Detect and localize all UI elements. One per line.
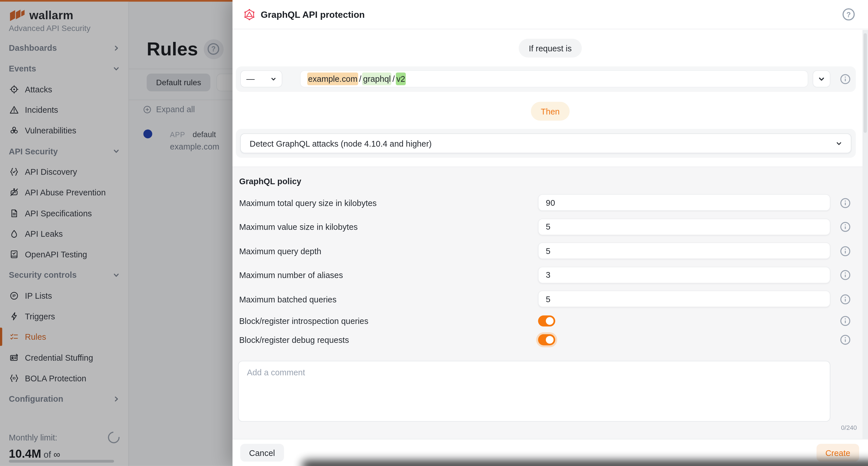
policy-row-maximum-batched-queries: Maximum batched queries <box>232 287 868 311</box>
screen: wallarm Advanced API Security Dashboards… <box>0 0 868 466</box>
drawer-title: GraphQL API protection <box>260 9 365 20</box>
then-pill: Then <box>531 102 569 121</box>
url-part-green-light: graphql <box>362 72 392 85</box>
comment-textarea[interactable] <box>238 361 830 421</box>
policy-field-input[interactable] <box>538 218 830 235</box>
policy-field-label: Maximum total query size in kilobytes <box>239 198 377 208</box>
chevron-down-icon <box>271 76 276 82</box>
url-part-green: v2 <box>396 72 406 85</box>
drawer-body: If request is — example.com/graphql/v2 <box>232 30 868 439</box>
policy-row-maximum-number-of-aliases: Maximum number of aliases <box>232 263 868 287</box>
policy-field-label: Maximum value size in kilobytes <box>239 222 358 232</box>
info-icon[interactable] <box>840 334 851 345</box>
toggle-row-block-register-debug-requests: Block/register debug requests <box>232 330 868 349</box>
policy-toggles: Block/register introspection queriesBloc… <box>232 311 868 349</box>
action-value: Detect GraphQL attacks (node 4.10.4 and … <box>250 138 432 148</box>
info-icon[interactable] <box>840 197 851 209</box>
bottom-window-shadow <box>302 461 868 466</box>
toggle-knob <box>546 336 554 344</box>
drawer-header: GraphQL API protection ? <box>232 0 868 29</box>
graphql-policy-section: GraphQL policy Maximum total query size … <box>232 167 868 439</box>
toggle-knob <box>546 317 554 324</box>
policy-field-input[interactable] <box>538 243 830 259</box>
info-icon[interactable] <box>840 246 851 257</box>
comment-counter: 0/240 <box>232 424 857 431</box>
toggle-label: Block/register introspection queries <box>239 316 368 326</box>
info-icon[interactable] <box>840 294 851 305</box>
policy-field-label: Maximum number of aliases <box>239 271 343 280</box>
if-request-pill: If request is <box>519 39 582 58</box>
create-button[interactable]: Create <box>817 444 859 462</box>
condition-operator-select[interactable]: — <box>240 70 282 88</box>
chevron-down-icon <box>836 140 842 146</box>
drawer-help-button[interactable]: ? <box>842 8 855 20</box>
policy-field-input[interactable] <box>538 267 830 283</box>
condition-expand-button[interactable] <box>813 70 830 88</box>
policy-field-input[interactable] <box>538 290 830 307</box>
toggle-switch[interactable] <box>538 334 555 345</box>
policy-field-label: Maximum query depth <box>239 247 321 256</box>
policy-row-maximum-total-query-size-in-kilobytes: Maximum total query size in kilobytes <box>232 191 868 215</box>
info-icon[interactable] <box>840 315 851 327</box>
drawer-scrollbar-track <box>863 30 868 439</box>
action-select[interactable]: Detect GraphQL attacks (node 4.10.4 and … <box>240 133 851 153</box>
cancel-button[interactable]: Cancel <box>240 444 284 462</box>
policy-fields: Maximum total query size in kilobytesMax… <box>232 191 868 311</box>
policy-field-input[interactable] <box>538 194 830 211</box>
operator-value: — <box>246 74 255 84</box>
toggle-row-block-register-introspection-queries: Block/register introspection queries <box>232 311 868 331</box>
info-icon[interactable] <box>840 73 851 85</box>
drawer-scrollbar-thumb[interactable] <box>864 33 867 133</box>
policy-row-maximum-query-depth: Maximum query depth <box>232 239 868 263</box>
condition-row: — example.com/graphql/v2 <box>236 66 856 92</box>
policy-heading: GraphQL policy <box>239 177 868 186</box>
graphql-icon <box>244 9 255 20</box>
url-part-none: / <box>392 72 396 85</box>
url-part-orange: example.com <box>307 72 358 85</box>
url-part-none: / <box>358 72 362 85</box>
policy-field-label: Maximum batched queries <box>239 294 336 304</box>
info-icon[interactable] <box>840 270 851 281</box>
toggle-label: Block/register debug requests <box>239 335 349 345</box>
graphql-protection-drawer: GraphQL API protection ? If request is —… <box>232 0 868 466</box>
condition-url-input[interactable]: example.com/graphql/v2 <box>300 70 808 88</box>
action-row: Detect GraphQL attacks (node 4.10.4 and … <box>236 129 856 158</box>
info-icon[interactable] <box>840 221 851 233</box>
toggle-switch[interactable] <box>538 315 555 326</box>
policy-row-maximum-value-size-in-kilobytes: Maximum value size in kilobytes <box>232 215 868 239</box>
